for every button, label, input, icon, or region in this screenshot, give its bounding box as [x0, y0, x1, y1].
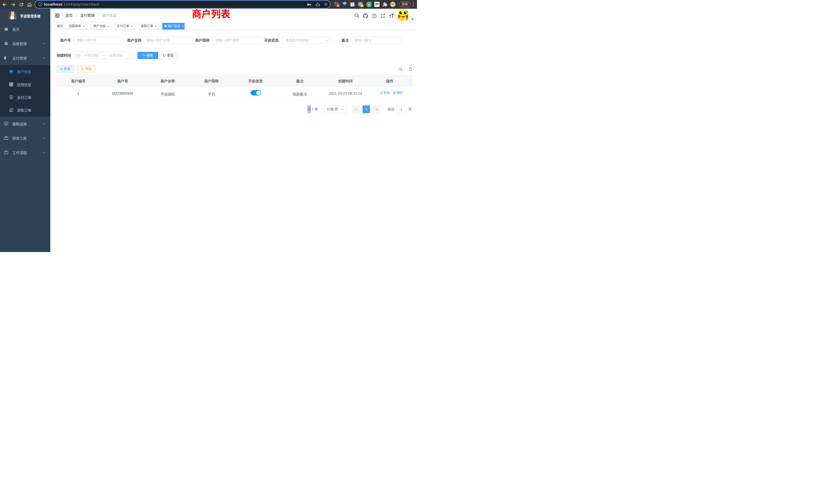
- svg-text:y: y: [368, 3, 370, 6]
- svg-text:10: 10: [337, 4, 339, 7]
- svg-text:1: 1: [361, 4, 363, 7]
